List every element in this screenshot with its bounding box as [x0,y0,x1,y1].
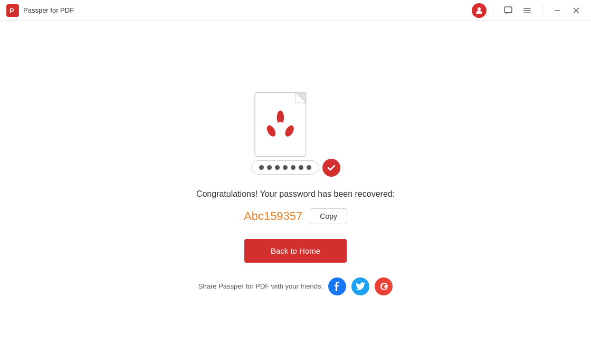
main-content: Congratulations! Your password has been … [0,21,591,364]
app-logo: P [6,4,19,17]
svg-point-15 [277,121,283,128]
password-value: Abc159357 [244,209,302,223]
svg-rect-2 [504,7,512,13]
dot-5 [291,165,296,170]
svg-text:P: P [9,7,14,15]
back-to-home-button[interactable]: Back to Home [244,239,347,263]
svg-rect-4 [523,10,531,11]
app-title: Passper for PDF [23,6,472,14]
dot-1 [259,165,264,170]
password-bar-wrap [251,159,340,177]
share-section: Share Passper for PDF with your friends: [198,277,393,295]
dot-2 [267,165,272,170]
password-bar [251,160,319,175]
congrats-text: Congratulations! Your password has been … [196,189,395,199]
twitter-share-button[interactable] [351,277,369,295]
svg-rect-3 [523,8,531,9]
separator [493,4,493,17]
separator2 [542,4,542,17]
dot-4 [283,165,288,170]
chat-button[interactable] [500,2,517,19]
facebook-share-button[interactable] [328,277,346,295]
svg-point-1 [478,7,481,11]
dot-3 [275,165,280,170]
svg-rect-5 [523,12,531,13]
close-button[interactable] [568,2,585,19]
googleplus-share-button[interactable] [375,277,393,295]
pdf-illustration [251,90,340,177]
title-bar-actions [472,2,585,19]
success-check-circle [322,159,340,177]
dot-6 [299,165,303,170]
user-avatar[interactable] [472,3,487,18]
dot-7 [307,165,311,170]
svg-rect-6 [555,10,560,11]
title-bar: P Passper for PDF [0,0,591,21]
menu-button[interactable] [519,2,536,19]
pdf-file-icon [251,90,320,164]
share-text: Share Passper for PDF with your friends: [198,282,323,290]
password-display: Abc159357 Copy [244,208,347,224]
minimize-button[interactable] [549,2,566,19]
copy-button[interactable]: Copy [310,208,347,224]
